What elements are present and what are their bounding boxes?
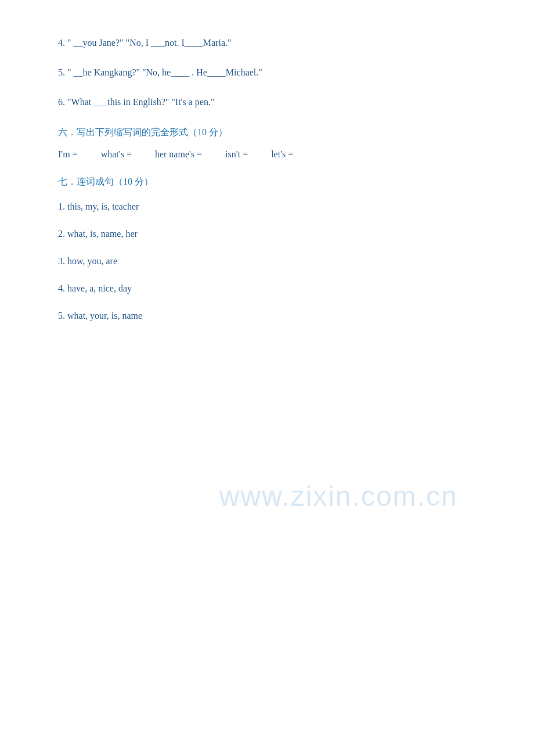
item-num: 5.	[58, 67, 65, 77]
sentence-num-1: 1.	[58, 201, 65, 211]
expand-item-2: what's =	[101, 149, 132, 160]
fill-blanks-section: 4. " __you Jane?" "No, I ___not. I____Ma…	[58, 35, 476, 110]
sentence-num-2: 2.	[58, 229, 65, 239]
sentence-num-5: 5.	[58, 311, 65, 321]
item-content: "What ___this in English?" "It's a pen."	[67, 97, 214, 107]
sentence-text-5: what, your, is, name	[67, 311, 142, 321]
item-content: " __you Jane?" "No, I ___not. I____Maria…	[67, 38, 232, 48]
sentence-item-2: 2. what, is, name, her	[58, 226, 476, 243]
item-num: 4.	[58, 38, 65, 48]
sentence-item-5: 5. what, your, is, name	[58, 308, 476, 325]
section7-header: 七．连词成句（10 分）	[58, 176, 476, 188]
sentence-text-2: what, is, name, her	[67, 229, 138, 239]
fill-blank-item-4: 4. " __you Jane?" "No, I ___not. I____Ma…	[58, 35, 476, 52]
sentence-text-1: this, my, is, teacher	[67, 201, 139, 211]
watermark: www.zixin.com.cn	[219, 480, 458, 512]
item-num: 6.	[58, 97, 65, 107]
item-content: " __he Kangkang?" "No, he____ . He____Mi…	[67, 67, 262, 77]
sentence-text-3: how, you, are	[67, 256, 117, 266]
sentence-num-3: 3.	[58, 256, 65, 266]
sentence-item-3: 3. how, you, are	[58, 253, 476, 270]
fill-blank-item-6: 6. "What ___this in English?" "It's a pe…	[58, 94, 476, 111]
section7: 七．连词成句（10 分） 1. this, my, is, teacher 2.…	[58, 176, 476, 324]
expand-item-3: her name's =	[155, 149, 202, 160]
expand-item-5: let's =	[271, 149, 293, 160]
expand-item-4: isn't =	[225, 149, 248, 160]
sentence-num-4: 4.	[58, 283, 65, 293]
fill-blank-item-5: 5. " __he Kangkang?" "No, he____ . He___…	[58, 64, 476, 81]
sentence-text-4: have, a, nice, day	[67, 283, 132, 293]
section6: 六．写出下列缩写词的完全形式（10 分） I'm = what's = her …	[58, 127, 476, 160]
section6-header: 六．写出下列缩写词的完全形式（10 分）	[58, 127, 476, 139]
sentence-item-1: 1. this, my, is, teacher	[58, 199, 476, 215]
sentence-item-4: 4. have, a, nice, day	[58, 280, 476, 297]
expand-item-1: I'm =	[58, 149, 78, 160]
expand-row: I'm = what's = her name's = isn't = let'…	[58, 149, 476, 160]
